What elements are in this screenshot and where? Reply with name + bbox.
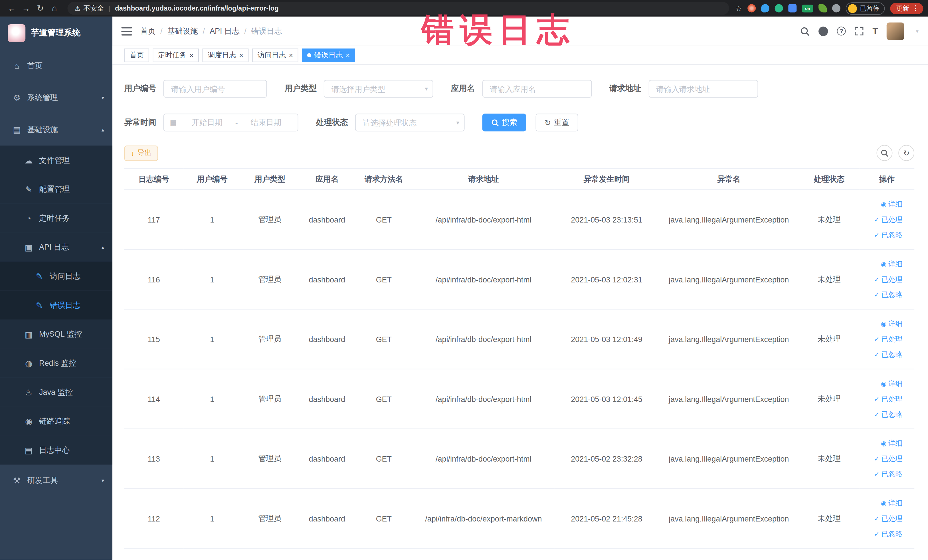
extension-tampermonkey-icon[interactable] xyxy=(775,4,783,12)
check-icon: ✓ xyxy=(874,470,879,478)
sidebar-item-label: 错误日志 xyxy=(50,300,81,310)
cell-exception-time: 2021-05-03 12:01:45 xyxy=(554,369,659,429)
eye-icon: ◉ xyxy=(881,201,887,208)
tab-access-log[interactable]: 访问日志 × xyxy=(252,49,298,62)
refresh-table-button[interactable]: ↻ xyxy=(898,145,914,161)
sidebar-item-redis-monitor[interactable]: ◍ Redis 监控 xyxy=(0,349,112,378)
sidebar-item-link-tracing[interactable]: ◉ 链路追踪 xyxy=(0,406,112,436)
paused-label: 已暂停 xyxy=(860,4,879,12)
exception-time-range-picker[interactable]: ▦ 开始日期 - 结束日期 xyxy=(163,113,298,131)
extension-adblock-icon[interactable] xyxy=(748,4,756,12)
url-bar[interactable]: ⚠ 不安全 | dashboard.yudao.iocoder.cn/infra… xyxy=(68,2,730,15)
processed-link[interactable]: ✓已处理 xyxy=(862,511,903,526)
help-icon[interactable]: ? xyxy=(837,26,846,35)
cell-actions: ◉详细 ✓已处理 ✓已忽略 xyxy=(859,429,914,489)
user-type-select[interactable]: ▾ xyxy=(324,80,433,98)
ignored-link[interactable]: ✓已忽略 xyxy=(862,287,903,302)
ignored-link[interactable]: ✓已忽略 xyxy=(862,347,903,362)
toolbox-icon: ⚒ xyxy=(12,476,22,485)
search-button[interactable]: 搜索 xyxy=(482,113,527,131)
toggle-search-button[interactable] xyxy=(876,145,892,161)
sidebar-item-log-center[interactable]: ▤ 日志中心 xyxy=(0,436,112,465)
extension-drop-icon[interactable] xyxy=(761,4,769,12)
detail-link[interactable]: ◉详细 xyxy=(862,256,903,272)
user-type-select-input[interactable] xyxy=(324,80,433,98)
breadcrumb-api-logs[interactable]: API 日志 xyxy=(210,26,240,36)
processed-link[interactable]: ✓已处理 xyxy=(862,451,903,467)
app-name-input[interactable] xyxy=(482,80,592,98)
sidebar-item-label: API 日志 xyxy=(39,242,69,252)
request-url-input[interactable] xyxy=(649,80,758,98)
reset-button[interactable]: ↻ 重置 xyxy=(536,113,578,131)
cell-log-id: 116 xyxy=(124,249,183,309)
user-avatar[interactable] xyxy=(887,22,905,40)
col-exception-time: 异常发生时间 xyxy=(554,168,659,190)
ignored-link[interactable]: ✓已忽略 xyxy=(862,526,903,542)
extension-vpn-on-icon[interactable]: on xyxy=(802,5,813,12)
sidebar-item-dev-tools[interactable]: ⚒ 研发工具 ▾ xyxy=(0,465,112,497)
profile-paused-badge[interactable]: 已暂停 xyxy=(846,2,885,15)
user-id-input[interactable] xyxy=(163,80,267,98)
tab-scheduled-tasks[interactable]: 定时任务 × xyxy=(153,49,199,62)
breadcrumb-home[interactable]: 首页 xyxy=(140,26,156,36)
sidebar-item-error-log[interactable]: ✎ 错误日志 xyxy=(0,291,112,320)
detail-link[interactable]: ◉详细 xyxy=(862,495,903,511)
browser-home-icon[interactable]: ⌂ xyxy=(47,3,62,13)
breadcrumb-current: 错误日志 xyxy=(251,26,282,36)
status-select-input[interactable] xyxy=(355,113,465,131)
sidebar-item-file-management[interactable]: ☁ 文件管理 xyxy=(0,145,112,175)
ignored-link-label: 已忽略 xyxy=(881,410,903,418)
reload-icon[interactable]: ↻ xyxy=(33,3,47,13)
sidebar-item-config-management[interactable]: ✎ 配置管理 xyxy=(0,175,112,204)
active-dot-icon xyxy=(307,53,311,58)
processed-link-label: 已处理 xyxy=(881,335,903,343)
ignored-link[interactable]: ✓已忽略 xyxy=(862,227,903,243)
forward-icon[interactable]: → xyxy=(19,3,33,13)
extension-leaf-icon[interactable] xyxy=(818,4,827,12)
bookmark-star-icon[interactable]: ☆ xyxy=(735,4,742,12)
sidebar-item-access-log[interactable]: ✎ 访问日志 xyxy=(0,262,112,291)
sidebar-item-mysql-monitor[interactable]: ▥ MySQL 监控 xyxy=(0,319,112,349)
sidebar-item-api-logs[interactable]: ▣ API 日志 ▴ xyxy=(0,232,112,262)
close-icon[interactable]: × xyxy=(289,52,293,59)
tab-error-log[interactable]: 错误日志 × xyxy=(302,49,355,62)
detail-link[interactable]: ◉详细 xyxy=(862,316,903,331)
processed-link[interactable]: ✓已处理 xyxy=(862,331,903,347)
search-icon[interactable] xyxy=(800,26,810,36)
detail-link-label: 详细 xyxy=(888,379,903,388)
chevron-down-icon[interactable]: ▾ xyxy=(916,28,918,34)
sidebar-item-system-management[interactable]: ⚙ 系统管理 ▾ xyxy=(0,82,112,113)
back-icon[interactable]: ← xyxy=(5,3,19,13)
sidebar-item-scheduled-tasks[interactable]: ◔ 定时任务 xyxy=(0,204,112,233)
github-icon[interactable] xyxy=(819,26,828,36)
font-size-icon[interactable]: T xyxy=(873,26,878,36)
close-icon[interactable]: × xyxy=(346,52,350,59)
detail-link[interactable]: ◉详细 xyxy=(862,436,903,451)
export-button[interactable]: ↓ 导出 xyxy=(124,145,158,160)
status-label: 处理状态 xyxy=(316,117,348,128)
breadcrumb-infrastructure[interactable]: 基础设施 xyxy=(167,26,198,36)
cell-request-method: GET xyxy=(355,489,412,549)
ignored-link[interactable]: ✓已忽略 xyxy=(862,406,903,422)
sidebar-item-infrastructure[interactable]: ▤ 基础设施 ▴ xyxy=(0,113,112,145)
close-icon[interactable]: × xyxy=(189,52,194,59)
hamburger-icon[interactable] xyxy=(121,27,132,35)
date-end-placeholder: 结束日期 xyxy=(240,117,292,128)
processed-link[interactable]: ✓已处理 xyxy=(862,391,903,406)
tab-home[interactable]: 首页 xyxy=(124,49,149,62)
browser-update-button[interactable]: 更新 ⋮ xyxy=(890,3,923,14)
tab-schedule-log[interactable]: 调度日志 × xyxy=(203,49,249,62)
extension-grid-icon[interactable] xyxy=(788,4,797,12)
processed-link[interactable]: ✓已处理 xyxy=(862,272,903,287)
detail-link[interactable]: ◉详细 xyxy=(862,376,903,391)
close-icon[interactable]: × xyxy=(239,52,243,59)
ignored-link[interactable]: ✓已忽略 xyxy=(862,467,903,482)
extension-paw-icon[interactable] xyxy=(832,4,840,12)
processed-link[interactable]: ✓已处理 xyxy=(862,212,903,227)
sidebar-item-home[interactable]: ⌂ 首页 xyxy=(0,50,112,82)
sidebar-item-java-monitor[interactable]: ♨ Java 监控 xyxy=(0,378,112,407)
redis-icon: ◍ xyxy=(24,358,34,368)
status-select[interactable]: ▾ xyxy=(355,113,465,131)
fullscreen-icon[interactable] xyxy=(855,26,864,35)
detail-link[interactable]: ◉详细 xyxy=(862,197,903,212)
